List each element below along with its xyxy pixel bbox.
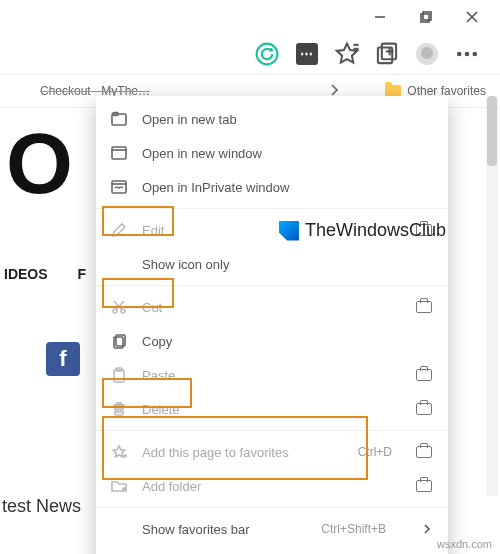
scrollbar-thumb[interactable] [487,96,497,166]
svg-point-12 [458,53,461,56]
menu-shortcut: Ctrl+D [358,445,392,459]
menu-label: Add this page to favorites [142,445,344,460]
inprivate-icon [110,179,128,195]
minimize-button[interactable] [366,3,394,31]
edit-icon [110,222,128,238]
menu-open-new-window[interactable]: Open in new window [96,136,448,170]
menu-label: Open in new window [142,146,432,161]
profile-avatar[interactable] [414,41,440,67]
star-add-icon [110,444,128,460]
menu-add-page-favorites[interactable]: Add this page to favorites Ctrl+D [96,435,448,469]
menu-open-new-tab[interactable]: Open in new tab [96,102,448,136]
menu-separator [96,430,448,431]
briefcase-icon [416,446,432,458]
page-content-partial: O IDEOS F f test News [0,120,86,517]
heading-partial: test News [0,436,86,517]
menu-label: Copy [142,334,432,349]
browser-toolbar: ⋯ [0,34,500,74]
menu-label: Edit [142,223,402,238]
cut-icon [110,299,128,315]
menu-copy[interactable]: Copy [96,324,448,358]
close-button[interactable] [458,3,486,31]
svg-rect-17 [112,147,126,159]
folder-add-icon [110,478,128,494]
menu-shortcut: Ctrl+Shift+B [321,522,386,536]
menu-label: Open in InPrivate window [142,180,432,195]
menu-hide-favorites-button[interactable]: Hide favorites button from toolbar [96,546,448,554]
copy-icon [110,333,128,349]
briefcase-icon [416,403,432,415]
new-window-icon [110,145,128,161]
menu-add-folder[interactable]: Add folder [96,469,448,503]
grammarly-icon[interactable] [254,41,280,67]
menu-delete[interactable]: Delete [96,392,448,426]
briefcase-icon [416,301,432,313]
logo-letter: O [0,120,86,206]
svg-rect-34 [117,403,121,405]
maximize-button[interactable] [412,3,440,31]
menu-label: Show icon only [142,257,432,272]
menu-separator [96,507,448,508]
collections-icon[interactable] [374,41,400,67]
svg-point-14 [474,53,477,56]
menu-edit[interactable]: Edit [96,213,448,247]
menu-label: Delete [142,402,402,417]
paste-icon [110,367,128,383]
menu-separator [96,285,448,286]
menu-label: Open in new tab [142,112,432,127]
window-titlebar [0,0,500,34]
menu-separator [96,208,448,209]
briefcase-icon [416,480,432,492]
menu-label: Show favorites bar [142,522,307,537]
facebook-icon[interactable]: f [46,342,80,376]
context-menu: Open in new tab Open in new window Open … [96,96,448,554]
menu-label: Cut [142,300,402,315]
svg-point-5 [257,44,278,65]
extension-icon[interactable]: ⋯ [294,41,320,67]
settings-more-icon[interactable] [454,41,480,67]
briefcase-icon [416,369,432,381]
menu-show-icon-only[interactable]: Show icon only [96,247,448,281]
menu-cut[interactable]: Cut [96,290,448,324]
page-tab[interactable]: IDEOS [4,266,48,282]
new-tab-icon [110,111,128,127]
menu-label: Add folder [142,479,402,494]
favorites-star-icon[interactable] [334,41,360,67]
menu-show-favorites-bar[interactable]: Show favorites bar Ctrl+Shift+B [96,512,448,546]
page-tab[interactable]: F [78,266,87,282]
briefcase-icon [416,224,432,236]
menu-paste[interactable]: Paste [96,358,448,392]
svg-point-13 [466,53,469,56]
menu-label: Paste [142,368,402,383]
menu-open-inprivate[interactable]: Open in InPrivate window [96,170,448,204]
chevron-right-icon [422,524,432,534]
delete-icon [110,401,128,417]
